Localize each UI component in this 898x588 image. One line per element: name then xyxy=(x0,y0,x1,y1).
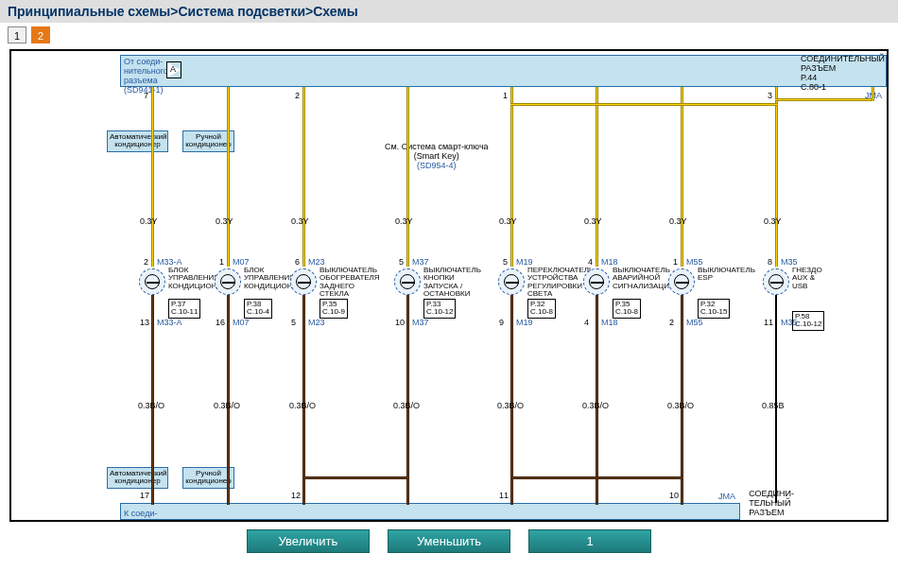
zoom-in-button[interactable]: Увеличить xyxy=(247,529,370,553)
code-bot-2: M23 xyxy=(308,318,325,327)
pin-bus-b-4: 11 xyxy=(499,491,509,500)
wire-ground-0 xyxy=(151,295,154,505)
component-name-3: ВЫКЛЮЧАТЕЛЬКНОПКИЗАПУСКА /ОСТАНОВКИ xyxy=(423,267,490,299)
bus-dest-label: К соеди- xyxy=(124,509,157,518)
top-bus xyxy=(120,55,887,87)
pin-node-1: 1 xyxy=(219,257,224,267)
wire-yellow-7 xyxy=(775,87,778,267)
wire-yellow-h-1 xyxy=(596,103,683,106)
pin-node-7: 8 xyxy=(768,257,772,267)
tab-1[interactable]: 1 xyxy=(8,26,26,43)
code-bot-6: M55 xyxy=(686,318,703,327)
component-name-7: ГНЕЗДОAUX &USB xyxy=(792,267,858,290)
wire-yellow-h-0 xyxy=(510,103,598,106)
component-node-6 xyxy=(668,268,695,295)
gauge-bot-7: 0.85B xyxy=(762,401,785,410)
connector-bottom-label: СОЕДИНИ-ТЕЛЬНЫЙРАЗЪЕМ xyxy=(749,490,794,518)
code-bot-5: M18 xyxy=(601,318,618,327)
wire-yellow-0 xyxy=(151,87,154,267)
breadcrumb: Принципиальные схемы>Система подсветки>С… xyxy=(0,0,898,23)
wire-ground-5 xyxy=(596,295,598,505)
page-button[interactable]: 1 xyxy=(528,529,651,553)
auto-ac-bot: Автоматическийкондиционер xyxy=(107,467,168,489)
wire-ground-2 xyxy=(302,295,305,505)
wire-yellow-h-3 xyxy=(775,98,874,101)
wire-yellow-h-2 xyxy=(681,103,778,106)
gauge-top-3: 0.3Y xyxy=(395,216,413,226)
gauge-bot-5: 0.3B/O xyxy=(582,401,609,410)
wire-yellow-2 xyxy=(302,87,305,267)
pin-node-b-6: 2 xyxy=(669,318,674,327)
pin-node-b-2: 5 xyxy=(291,318,296,327)
pin-node-2: 6 xyxy=(295,257,300,267)
wire-brown-h-0 xyxy=(302,476,409,479)
amp-label: A xyxy=(170,64,176,74)
component-node-2 xyxy=(290,268,317,295)
gauge-bot-4: 0.3B/O xyxy=(497,401,524,410)
gauge-top-5: 0.3Y xyxy=(584,216,602,226)
gauge-bot-3: 0.3B/O xyxy=(393,401,420,410)
pin-node-0: 2 xyxy=(144,257,148,267)
wire-yellow-4 xyxy=(510,87,513,267)
ref-2: P.35C.10-9 xyxy=(319,299,348,319)
pin-node-b-5: 4 xyxy=(584,318,589,327)
component-name-6: ВЫКЛЮЧАТЕЛЬESP xyxy=(698,267,764,283)
diagram-container: От соеди- нительного разъема (SD941-1) A… xyxy=(9,49,889,522)
pin-node-4: 5 xyxy=(503,257,508,267)
pin-top-7: 3 xyxy=(768,91,772,100)
pin-node-b-3: 10 xyxy=(395,318,405,327)
wire-yellow-5 xyxy=(596,87,598,267)
wire-yellow-6 xyxy=(681,87,683,267)
code-bot-4: M19 xyxy=(516,318,533,327)
wire-ground-3 xyxy=(406,295,409,505)
code-bot-0: M33-A xyxy=(157,318,182,327)
wire-ground-6 xyxy=(681,295,683,505)
tabs: 1 2 xyxy=(0,23,898,47)
smart-key-label: См. Система смарт-ключа(Smart Key)(SD954… xyxy=(385,142,489,170)
component-node-1 xyxy=(215,268,241,295)
wire-ground-1 xyxy=(227,295,230,505)
wire-yellow-3 xyxy=(406,87,409,267)
component-node-0 xyxy=(139,268,165,295)
component-name-2: ВЫКЛЮЧАТЕЛЬОБОГРЕВАТЕЛЯЗАДНЕГО СТЕКЛА xyxy=(319,267,386,299)
pin-node-b-0: 13 xyxy=(140,318,149,327)
code-bot-3: M37 xyxy=(412,318,429,327)
ref-6: P.32C.10-15 xyxy=(698,299,730,319)
tab-2[interactable]: 2 xyxy=(31,26,50,43)
gauge-top-4: 0.3Y xyxy=(499,216,517,226)
component-node-3 xyxy=(394,268,421,295)
ref-5: P.35C.10-8 xyxy=(613,299,641,319)
pin-bus-b-6: 10 xyxy=(669,491,679,500)
pin-bus-b-0: 17 xyxy=(140,491,149,500)
gauge-top-1: 0.3Y xyxy=(216,216,233,226)
wire-ground-4 xyxy=(510,295,513,505)
ref-0: P.37C.10-11 xyxy=(168,299,200,319)
pin-node-b-4: 9 xyxy=(499,318,504,327)
pin-bus-b-2: 12 xyxy=(291,491,301,500)
gauge-bot-1: 0.3B/O xyxy=(214,401,240,410)
code-bot-1: M07 xyxy=(233,318,250,327)
wire-ground-7 xyxy=(775,295,777,503)
component-node-5 xyxy=(583,268,610,295)
control-bar: Увеличить Уменьшить 1 xyxy=(0,524,898,559)
gauge-top-2: 0.3Y xyxy=(291,216,309,226)
pin-top-4: 1 xyxy=(503,91,508,100)
jma-bottom: JMA xyxy=(718,492,735,501)
pin-node-6: 1 xyxy=(673,257,678,267)
auto-ac-top: Автоматическийкондиционер xyxy=(107,130,168,152)
component-node-7 xyxy=(763,268,789,295)
pin-node-b-1: 16 xyxy=(216,318,225,327)
pin-node-5: 4 xyxy=(588,257,593,267)
wiring-diagram: От соеди- нительного разъема (SD941-1) A… xyxy=(11,51,887,520)
wire-yellow-right xyxy=(872,87,874,101)
bus-source-label: От соеди- нительного разъема (SD941-1) xyxy=(124,57,168,95)
gauge-top-0: 0.3Y xyxy=(140,216,158,226)
bottom-bus xyxy=(120,503,740,520)
pin-node-3: 5 xyxy=(399,257,404,267)
gauge-bot-2: 0.3B/O xyxy=(289,401,316,410)
ref-4: P.32C.10-8 xyxy=(527,299,556,319)
zoom-out-button[interactable]: Уменьшить xyxy=(388,529,510,553)
pin-node-b-7: 11 xyxy=(764,318,773,327)
gauge-bot-6: 0.3B/O xyxy=(667,401,694,410)
ref-1: P.38C.10-4 xyxy=(244,299,272,319)
